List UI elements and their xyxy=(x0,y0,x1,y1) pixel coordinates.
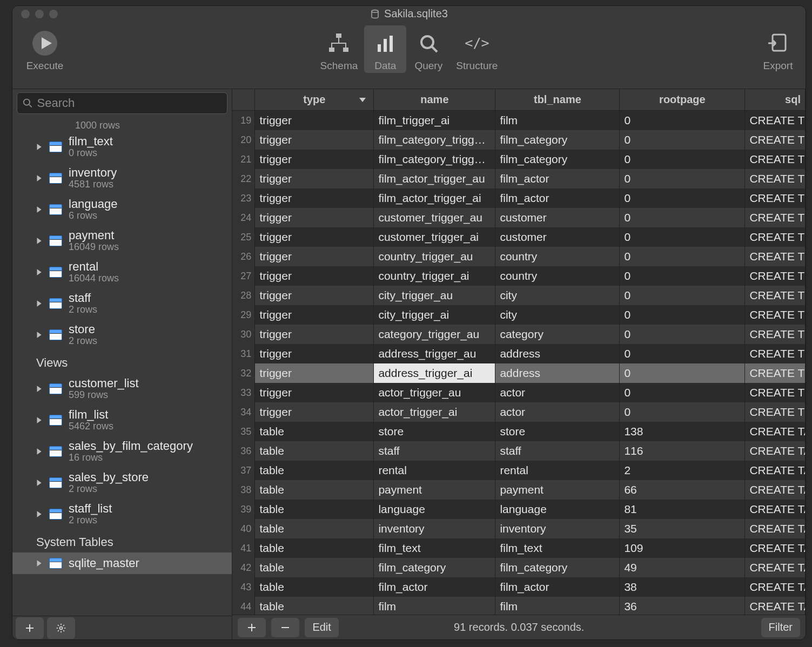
cell-type[interactable]: table xyxy=(255,597,374,615)
cell-sql[interactable]: CREATE TR xyxy=(745,169,806,188)
cell-sql[interactable]: CREATE TR xyxy=(745,111,806,130)
tab-structure[interactable]: </> Structure xyxy=(451,25,503,73)
table-row[interactable]: 39tablelanguagelanguage81CREATE TA xyxy=(232,500,806,519)
sidebar-tree[interactable]: 1000 rows film_text0 rowsinventory4581 r… xyxy=(12,117,232,616)
settings-button[interactable] xyxy=(47,617,75,639)
cell-name[interactable]: country_trigger_ai xyxy=(374,266,495,286)
cell-tbl-name[interactable]: customer xyxy=(495,208,620,227)
cell-name[interactable]: address_trigger_ai xyxy=(374,363,495,383)
cell-sql[interactable]: CREATE TA xyxy=(745,500,806,519)
cell-type[interactable]: trigger xyxy=(255,208,374,227)
cell-name[interactable]: actor_trigger_ai xyxy=(374,402,495,422)
cell-rootpage[interactable]: 36 xyxy=(620,597,745,615)
cell-tbl-name[interactable]: actor xyxy=(495,402,620,422)
table-row[interactable]: 25triggercustomer_trigger_aicustomer0CRE… xyxy=(232,227,806,247)
cell-tbl-name[interactable]: film xyxy=(495,597,620,615)
cell-rootpage[interactable]: 138 xyxy=(620,422,745,441)
cell-rootpage[interactable]: 0 xyxy=(620,130,745,150)
close-window-icon[interactable] xyxy=(21,10,30,18)
cell-tbl-name[interactable]: category xyxy=(495,325,620,344)
cell-tbl-name[interactable]: address xyxy=(495,363,620,383)
zoom-window-icon[interactable] xyxy=(49,10,58,18)
cell-sql[interactable]: CREATE TR xyxy=(745,402,806,422)
cell-rootpage[interactable]: 0 xyxy=(620,208,745,227)
cell-tbl-name[interactable]: rental xyxy=(495,461,620,480)
cell-type[interactable]: trigger xyxy=(255,150,374,169)
cell-tbl-name[interactable]: film_actor xyxy=(495,169,620,188)
cell-tbl-name[interactable]: store xyxy=(495,422,620,441)
cell-name[interactable]: rental xyxy=(374,461,495,480)
cell-name[interactable]: city_trigger_au xyxy=(374,286,495,305)
cell-name[interactable]: staff xyxy=(374,441,495,461)
cell-rootpage[interactable]: 66 xyxy=(620,480,745,500)
table-row[interactable]: 19triggerfilm_trigger_aifilm0CREATE TR xyxy=(232,111,806,130)
table-row[interactable]: 20triggerfilm_category_trigg…film_catego… xyxy=(232,130,806,150)
cell-type[interactable]: table xyxy=(255,519,374,538)
cell-sql[interactable]: CREATE TR xyxy=(745,363,806,383)
cell-sql[interactable]: CREATE TA xyxy=(745,558,806,577)
table-row[interactable]: 29triggercity_trigger_aicity0CREATE TR xyxy=(232,305,806,325)
cell-type[interactable]: trigger xyxy=(255,111,374,130)
cell-rootpage[interactable]: 116 xyxy=(620,441,745,461)
cell-name[interactable]: film_actor_trigger_au xyxy=(374,169,495,188)
cell-type[interactable]: table xyxy=(255,558,374,577)
table-row[interactable]: 36tablestaffstaff116CREATE TA xyxy=(232,441,806,461)
cell-sql[interactable]: CREATE TA xyxy=(745,422,806,441)
table-row[interactable]: 33triggeractor_trigger_auactor0CREATE TR xyxy=(232,383,806,402)
cell-tbl-name[interactable]: actor xyxy=(495,383,620,402)
cell-name[interactable]: film_category xyxy=(374,558,495,577)
cell-type[interactable]: trigger xyxy=(255,383,374,402)
cell-type[interactable]: trigger xyxy=(255,266,374,286)
cell-sql[interactable]: CREATE TR xyxy=(745,247,806,266)
cell-sql[interactable]: CREATE TA xyxy=(745,538,806,558)
sidebar-item-staff_list[interactable]: staff_list2 rows xyxy=(12,498,232,530)
cell-rootpage[interactable]: 0 xyxy=(620,344,745,363)
cell-rootpage[interactable]: 0 xyxy=(620,169,745,188)
cell-type[interactable]: table xyxy=(255,577,374,597)
table-row[interactable]: 21triggerfilm_category_trigg…film_catego… xyxy=(232,150,806,169)
cell-tbl-name[interactable]: film_actor xyxy=(495,577,620,597)
cell-rootpage[interactable]: 0 xyxy=(620,150,745,169)
table-row[interactable]: 31triggeraddress_trigger_auaddress0CREAT… xyxy=(232,344,806,363)
cell-tbl-name[interactable]: film_category xyxy=(495,558,620,577)
cell-name[interactable]: country_trigger_au xyxy=(374,247,495,266)
cell-tbl-name[interactable]: film_category xyxy=(495,130,620,150)
sidebar-item-sales_by_store[interactable]: sales_by_store2 rows xyxy=(12,467,232,498)
cell-name[interactable]: payment xyxy=(374,480,495,500)
cell-sql[interactable]: CREATE TR xyxy=(745,305,806,325)
cell-rootpage[interactable]: 49 xyxy=(620,558,745,577)
sidebar-item-customer_list[interactable]: customer_list599 rows xyxy=(12,373,232,405)
cell-rootpage[interactable]: 0 xyxy=(620,286,745,305)
cell-name[interactable]: customer_trigger_au xyxy=(374,208,495,227)
sidebar-item-film_text[interactable]: film_text0 rows xyxy=(12,131,232,163)
table-row[interactable]: 24triggercustomer_trigger_aucustomer0CRE… xyxy=(232,208,806,227)
cell-tbl-name[interactable]: payment xyxy=(495,480,620,500)
cell-tbl-name[interactable]: country xyxy=(495,266,620,286)
cell-name[interactable]: city_trigger_ai xyxy=(374,305,495,325)
cell-sql[interactable]: CREATE TR xyxy=(745,130,806,150)
col-type[interactable]: type xyxy=(255,89,374,110)
cell-type[interactable]: table xyxy=(255,441,374,461)
table-row[interactable]: 22triggerfilm_actor_trigger_aufilm_actor… xyxy=(232,169,806,188)
table-row[interactable]: 40tableinventoryinventory35CREATE TA xyxy=(232,519,806,538)
cell-tbl-name[interactable]: customer xyxy=(495,227,620,247)
table-row[interactable]: 41tablefilm_textfilm_text109CREATE TA xyxy=(232,538,806,558)
filter-button[interactable]: Filter xyxy=(761,618,800,637)
cell-sql[interactable]: CREATE TR xyxy=(745,325,806,344)
cell-name[interactable]: inventory xyxy=(374,519,495,538)
table-row[interactable]: 34triggeractor_trigger_aiactor0CREATE TR xyxy=(232,402,806,422)
search-box[interactable] xyxy=(17,92,227,114)
remove-row-button[interactable] xyxy=(271,618,299,637)
col-sql[interactable]: sql xyxy=(745,89,806,110)
cell-tbl-name[interactable]: address xyxy=(495,344,620,363)
table-row[interactable]: 32triggeraddress_trigger_aiaddress0CREAT… xyxy=(232,363,806,383)
sidebar-item-sales_by_film_category[interactable]: sales_by_film_category16 rows xyxy=(12,436,232,467)
add-row-button[interactable] xyxy=(238,618,266,637)
sidebar-item-language[interactable]: language6 rows xyxy=(12,194,232,225)
cell-sql[interactable]: CREATE TR xyxy=(745,150,806,169)
cell-rootpage[interactable]: 81 xyxy=(620,500,745,519)
cell-rootpage[interactable]: 0 xyxy=(620,227,745,247)
cell-name[interactable]: address_trigger_au xyxy=(374,344,495,363)
cell-rootpage[interactable]: 38 xyxy=(620,577,745,597)
cell-type[interactable]: trigger xyxy=(255,325,374,344)
